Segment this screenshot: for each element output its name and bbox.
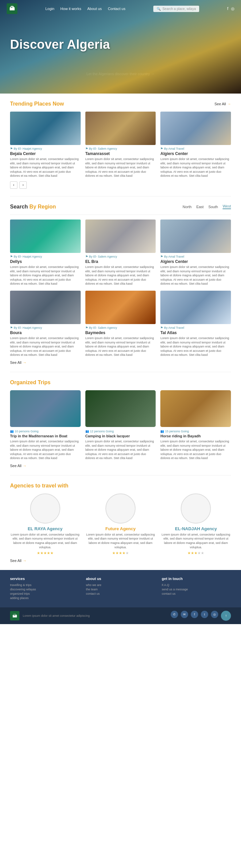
trip-desc-2: Lorem ipsum dolor sit amet, consectetur … [160,439,231,460]
trending-card-0: ⚑ By El- Haajet Agency Bejaïa Center Lor… [10,112,81,178]
social-icons: f ◎ [227,6,234,11]
trending-see-all[interactable]: See All → [215,102,231,106]
trending-pagination: ‹ › [10,181,231,189]
footer-services-link-2[interactable]: organized trips [10,592,79,595]
persons-icon-1: 👥 [85,430,89,433]
bookmark-icon-2: ⚑ [160,147,163,150]
trending-title-colored: Trending [10,101,33,106]
agency-name-1[interactable]: Future Agency [85,526,155,531]
agencies-section: Agencies to travel with EL RAYA Agency L… [0,475,241,570]
footer-about-link-2[interactable]: contact us [86,592,155,595]
footer-about-link-0[interactable]: who we are [86,583,155,587]
trips-see-all[interactable]: See All → [10,464,231,468]
region-tab-east[interactable]: East [196,205,204,209]
agency-name-2[interactable]: EL-NADJAH Agency [161,526,231,531]
region-card-dellys: ⚑ By El- Haajet Agency Dellys Lorem ipsu… [10,219,81,286]
card-name-1[interactable]: Tamanrasset [85,151,156,156]
card-image-tamanrasset [85,112,156,145]
trip-title-0[interactable]: Trip in the Maditerranean in Boat [10,434,81,438]
region-tab-south[interactable]: South [208,205,218,209]
region-agency-1: ⚑ By El- Salem Agency [85,255,156,258]
trips-see-all-arrow: → [23,464,26,468]
logo-icon[interactable]: 🏔 [7,3,18,14]
trip-title-1[interactable]: Camping in black lacquer [85,434,156,438]
region-name-4[interactable]: Baymedes [85,331,156,335]
search-title-normal: Search [10,204,28,210]
card-name-2[interactable]: Algiers Center [160,151,231,156]
region-name-1[interactable]: EL Bra [85,259,156,264]
footer-services-link-3[interactable]: adding places [10,596,79,600]
card-image-baymedes [85,291,156,324]
footer-logo-icon: 🏔 [10,611,20,620]
trip-title-2[interactable]: Horse riding in Bayadh [160,434,231,438]
facebook-icon[interactable]: f [227,6,228,11]
trip-image-1 [85,390,156,427]
footer-services-link-1[interactable]: discovering wilayas [10,588,79,591]
persons-icon-2: 👥 [160,430,164,433]
see-all-arrow-icon: → [227,102,231,106]
footer-twitter-icon[interactable]: t [201,611,208,618]
nav-how-it-works[interactable]: How it works [60,7,81,11]
agency-card-2: EL-NADJAH Agency Lorem ipsum dolor sit a… [161,493,231,555]
agencies-see-all-arrow: → [23,559,26,563]
trip-persons-1: 👥 12 persons Going [85,430,156,433]
trending-cards-grid: ⚑ By El- Haajet Agency Bejaïa Center Lor… [10,112,231,178]
footer-contact-link-0[interactable]: F.A.Q [162,583,231,587]
region-card-boura: ⚑ By El- Haajet Agency Boura Lorem ipsum… [10,291,81,357]
trip-image-2 [160,390,231,427]
region-tab-north[interactable]: North [182,205,191,209]
nav-about[interactable]: About us [87,7,102,11]
scroll-top-button[interactable]: ↑ [221,611,231,621]
agency-name-0[interactable]: EL RAYA Agency [10,526,80,531]
footer-instagram-icon[interactable]: ◎ [211,611,218,618]
agency-card-0: EL RAYA Agency Lorem ipsum dolor sit ame… [10,493,80,555]
footer-facebook-icon[interactable]: f [191,611,198,618]
search-bar[interactable]: 🔍 Search a place, wilaya [153,6,199,12]
region-card-tlatlas: ⚑ By Amal Travel Tal Atlas Lorem ipsum d… [160,291,231,357]
card-image-algiers2 [160,219,231,253]
footer-contact-link-2[interactable]: contact us [162,592,231,595]
agency-avatar-1 [105,493,136,524]
nav-login[interactable]: Login [45,7,54,11]
footer-contact-title: get in touch [162,577,231,581]
footer-phone-icon[interactable]: ✆ [171,611,178,618]
region-name-2[interactable]: Algiers Center [160,259,231,264]
card-name-0[interactable]: Bejaïa Center [10,151,81,156]
footer-about-link-1[interactable]: the team [86,588,155,591]
region-name-5[interactable]: Tal Atlas [160,331,231,335]
region-name-3[interactable]: Boura [10,331,81,335]
search-icon: 🔍 [157,7,161,11]
trip-card-1: 👥 12 persons Going Camping in black lacq… [85,390,156,460]
trip-desc-0: Lorem ipsum dolor sit amet, consectetur … [10,439,81,460]
footer-about: about us who we are the team contact us [86,577,155,601]
region-desc-2: Lorem ipsum dolor sit amet, consectetur … [160,265,231,286]
footer: services travelling & trips discovering … [0,570,241,624]
footer-email-icon[interactable]: ✉ [181,611,188,618]
instagram-icon[interactable]: ◎ [231,6,234,11]
footer-contact: get in touch F.A.Q send us a message con… [162,577,231,601]
footer-contact-link-1[interactable]: send us a message [162,588,231,591]
agency-avatar-0 [30,493,60,524]
region-desc-3: Lorem ipsum dolor sit amet, consectetur … [10,336,81,357]
region-name-0[interactable]: Dellys [10,259,81,264]
trip-card-2: 👥 15 persons Going Horse riding in Bayad… [160,390,231,460]
card-agency-2: ⚑ By Amal Travel [160,147,231,150]
card-image-tlatlas [160,291,231,324]
card-image-algiers1 [160,112,231,145]
trending-header: Trending Places Now See All → [10,101,231,107]
prev-button[interactable]: ‹ [10,181,18,189]
search-region-section: Search By Region North East South West ⚑… [0,196,241,372]
region-desc-0: Lorem ipsum dolor sit amet, consectetur … [10,265,81,286]
footer-tagline: Lorem ipsum dolor sit amet consectetur a… [23,614,90,617]
region-card-algiers2: ⚑ By Amal Travel Algiers Center Lorem ip… [160,219,231,286]
trips-title-colored: Organized [10,379,36,385]
agencies-grid: EL RAYA Agency Lorem ipsum dolor sit ame… [10,493,231,555]
region-agency-4: ⚑ By El- Salem Agency [85,326,156,330]
card-agency-0: ⚑ By El- Haajet Agency [10,147,81,150]
region-see-all[interactable]: See All → [10,361,231,365]
region-tab-west[interactable]: West [222,204,231,209]
agencies-see-all[interactable]: See All → [10,559,231,563]
next-button[interactable]: › [20,181,27,189]
footer-services-link-0[interactable]: travelling & trips [10,583,79,587]
nav-contact[interactable]: Contact us [108,7,126,11]
